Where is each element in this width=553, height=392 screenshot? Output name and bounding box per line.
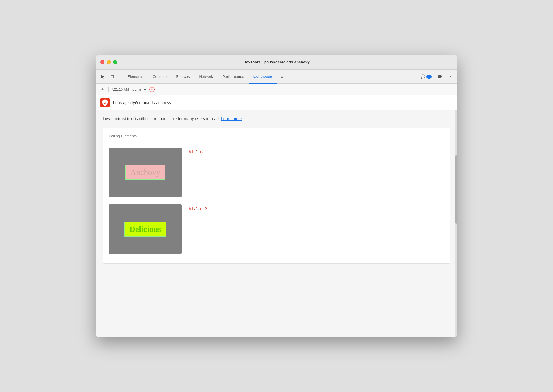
issues-icon: 💬 — [421, 74, 425, 79]
toolbar: Elements Console Sources Network Perform… — [96, 70, 457, 84]
more-actions-icon[interactable]: ⋮ — [447, 99, 453, 106]
window-title: DevTools - jec.fyi/demo/cds-anchovy — [243, 60, 309, 64]
close-button[interactable] — [100, 60, 104, 64]
element-row: Delicious h1.line2 — [109, 201, 444, 258]
tab-more[interactable]: » — [276, 70, 288, 84]
tab-sources[interactable]: Sources — [171, 70, 195, 84]
tabs-container: Elements Console Sources Network Perform… — [123, 70, 417, 84]
traffic-lights — [100, 60, 117, 64]
tab-lighthouse[interactable]: Lighthouse — [249, 70, 277, 84]
scrollbar-thumb[interactable] — [455, 155, 457, 224]
addressbar: + 7:21:10 AM - jec.fyi ▼ 🚫 — [96, 84, 457, 95]
timestamp-label: 7:21:10 AM - jec.fyi — [111, 88, 141, 92]
tab-performance[interactable]: Performance — [218, 70, 249, 84]
issues-button[interactable]: 💬 1 — [418, 73, 434, 80]
dropdown-icon[interactable]: ▼ — [143, 88, 147, 92]
settings-icon[interactable] — [435, 72, 444, 81]
svg-rect-1 — [114, 76, 115, 78]
description-text: Low-contrast text is difficult or imposs… — [103, 116, 450, 122]
tab-network[interactable]: Network — [195, 70, 218, 84]
lighthouse-header: https://jec.fyi/demo/cds-anchovy ⋮ — [96, 95, 457, 110]
failing-elements-title: Failing Elements — [109, 134, 444, 138]
tab-console[interactable]: Console — [148, 70, 171, 84]
more-options-icon[interactable]: ⋮ — [446, 72, 455, 81]
scrollbar-track[interactable] — [455, 110, 457, 337]
anchovy-selector[interactable]: h1.line1 — [189, 148, 207, 154]
maximize-button[interactable] — [113, 60, 117, 64]
anchovy-preview: Anchovy — [109, 148, 182, 197]
addressbar-divider — [108, 87, 109, 92]
device-toggle-icon[interactable] — [108, 72, 118, 81]
cursor-tool-icon[interactable] — [98, 72, 107, 81]
learn-more-link[interactable]: Learn more — [221, 116, 242, 121]
tab-elements[interactable]: Elements — [123, 70, 148, 84]
no-entry-icon[interactable]: 🚫 — [149, 87, 155, 92]
anchovy-inner: Anchovy — [125, 165, 166, 180]
svg-rect-0 — [111, 75, 114, 78]
delicious-text: Delicious — [130, 225, 161, 234]
element-row: Anchovy h1.line1 — [109, 144, 444, 201]
page-url: https://jec.fyi/demo/cds-anchovy — [113, 100, 444, 105]
lighthouse-icon — [100, 98, 110, 107]
delicious-selector[interactable]: h1.line2 — [189, 204, 207, 211]
content-wrapper: Low-contrast text is difficult or imposs… — [96, 110, 457, 337]
failing-elements-box: Failing Elements Anchovy h1.line1 Delici… — [103, 128, 450, 264]
toolbar-divider — [120, 74, 120, 80]
anchovy-text: Anchovy — [130, 168, 160, 177]
devtools-window: DevTools - jec.fyi/demo/cds-anchovy Elem… — [96, 55, 457, 337]
issues-badge: 1 — [426, 75, 432, 79]
main-content: Low-contrast text is difficult or imposs… — [96, 110, 457, 337]
delicious-preview: Delicious — [109, 204, 182, 254]
minimize-button[interactable] — [107, 60, 111, 64]
delicious-inner: Delicious — [124, 222, 167, 237]
add-tab-button[interactable]: + — [99, 86, 106, 92]
toolbar-right: 💬 1 ⋮ — [418, 72, 455, 81]
titlebar: DevTools - jec.fyi/demo/cds-anchovy — [96, 55, 457, 70]
